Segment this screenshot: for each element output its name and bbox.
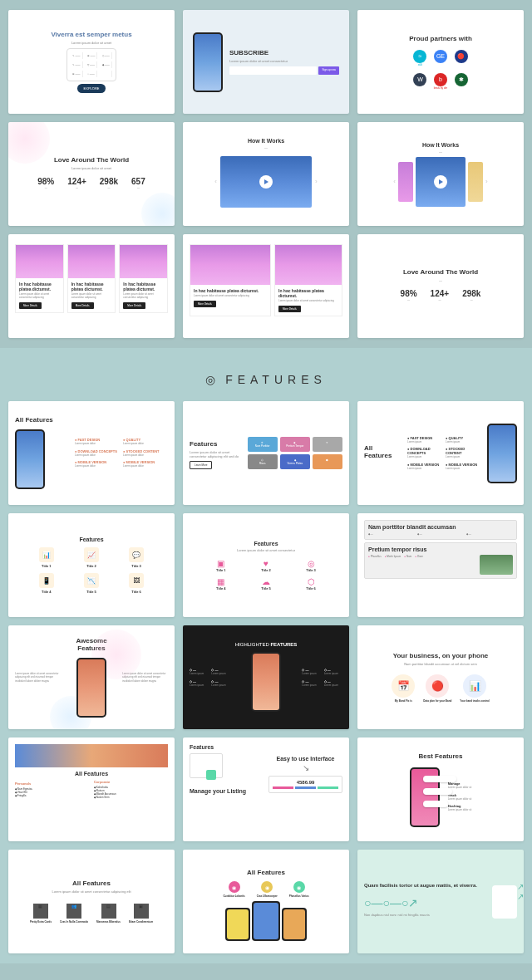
cell: ◆ —— — [100, 61, 112, 68]
slide-highlighted: ◇ —Lorem ipsum ◇ —Lorem ipsum ◇ —Lorem i… — [183, 625, 349, 729]
widget: 📊Your band tracks control — [460, 674, 489, 703]
boxes-grid: ❄Nam Porttitor ◉Pretium Tempor ✦ ⬡Risus … — [248, 437, 342, 469]
more-button[interactable]: More Details — [19, 302, 42, 309]
explore-button[interactable]: EXPLORE — [77, 84, 106, 93]
box: ◆Viverra Platea — [280, 454, 310, 469]
slide-subscribe: SUBSCRIBE Lorem ipsum dolor sit amet con… — [183, 10, 349, 114]
title: Love Around The World — [403, 268, 478, 276]
signup-button[interactable]: Sign up now — [318, 66, 339, 75]
title: Quam facilisis tortor ut augue mattis, e… — [364, 883, 485, 888]
feature-item: ▦Title 4 — [201, 577, 241, 590]
feature-item: ◉Cras Ullamcorper — [257, 881, 278, 898]
logo-nasa: 🔴 — [455, 50, 468, 63]
hero-image — [15, 744, 168, 767]
feature-item: ▤Maecenas Bibendus — [96, 904, 121, 924]
title: All Features — [72, 880, 111, 887]
stat-value: 124+ — [67, 177, 86, 186]
slide-features-icons-orange: Features 📊Title 1 📈Title 2 💬Title 3 📱Tit… — [8, 513, 175, 617]
slide-cards-2: In hac habitasse platea dictumst.Lorem i… — [183, 234, 349, 338]
logo-wp: W — [413, 73, 426, 86]
stat-value: 298k — [100, 177, 118, 186]
ui-badge — [206, 770, 216, 780]
section-1: Viverra est semper metus Lorem ipsum dol… — [0, 0, 532, 348]
slide-interface: Features Manage your Listing Easy to use… — [183, 737, 349, 841]
card: In hac habitasse platea dictumst.Lorem i… — [190, 244, 271, 316]
prev-arrow-icon[interactable]: ‹ — [214, 178, 217, 185]
more-button[interactable]: More Details — [123, 302, 145, 309]
play-icon — [434, 175, 447, 189]
cell: ✎ —— — [71, 61, 83, 68]
title: How It Works — [422, 142, 459, 148]
feature-item: 📊Title 1 — [27, 547, 66, 568]
logo-beats: b — [434, 73, 447, 86]
feature-item: 💬Title 3 — [116, 547, 156, 568]
slide-video-wide: How It Works — ‹ › — [183, 122, 349, 226]
stat-value: 98% — [37, 177, 54, 186]
feature-item: ▣Etiam Condimentum — [129, 904, 153, 924]
cell: ✎ —— — [71, 52, 83, 59]
prev-arrow-icon[interactable]: ‹ — [393, 178, 396, 185]
section-box: Pretium tempor risus ● Phasellus ● Morbi… — [364, 542, 517, 579]
slide-features-right-phone: All Features ● FAST DESIGNLorem ipsum ● … — [357, 401, 524, 505]
phone-mockup — [76, 658, 106, 718]
widget: 🔴Data plan for your Band — [423, 674, 451, 703]
play-icon — [259, 175, 273, 189]
section-title: FEATURES — [8, 373, 524, 386]
feature-item: 📈Title 2 — [71, 547, 111, 568]
phone-mockup — [410, 767, 440, 827]
cell — [100, 71, 112, 77]
price: 4586.99 — [273, 780, 338, 785]
subtitle: Lorem ipsum dolor sit amet — [71, 166, 111, 170]
slide-3-phones: All Features ◉Curabitur Lobortis ◉Cras U… — [183, 850, 349, 953]
slide-video-carousel: How It Works — ‹ › — [357, 122, 524, 226]
feature-list: ● FAST DESIGNLorem ipsum dolor ● QUALITY… — [75, 438, 168, 468]
phone-mockup — [487, 424, 517, 483]
title: SUBSCRIBE — [229, 49, 339, 56]
thumb[interactable] — [398, 162, 413, 202]
title: Features — [190, 440, 241, 448]
slide-features-left-phone: All Features ● FAST DESIGNLorem ipsum do… — [8, 401, 175, 505]
logo-other: ✱ — [455, 73, 468, 86]
title: Best Features — [419, 752, 463, 760]
pill-overlay — [423, 801, 448, 807]
slide-feature-boxes: Features Lorem ipsum dolor sit amet cons… — [183, 401, 349, 505]
card: In hac habitasse platea dictumst.Lorem i… — [15, 244, 64, 313]
cell: ▽ —— — [86, 61, 98, 68]
list-left: ◇ —Lorem ipsum ◇ —Lorem ipsum ◇ —Lorem i… — [190, 668, 230, 687]
col-heading: Personals — [15, 782, 89, 786]
stats-row: 98%— 124+— 298k— — [396, 286, 486, 305]
logo-grid: ≈at&t GE 🔴 W bbeats by dre ✱ — [413, 50, 468, 90]
phone-mockup — [15, 429, 45, 489]
thumb[interactable] — [468, 162, 483, 202]
feature-item: ☁Title 5 — [246, 577, 286, 590]
next-arrow-icon[interactable]: › — [315, 178, 318, 185]
feature-item: ◉Phasellus Varius — [289, 881, 309, 898]
title: All Features — [364, 444, 401, 459]
video-main[interactable] — [416, 157, 466, 207]
feature-item: ◎Title 3 — [291, 559, 331, 572]
email-input[interactable] — [229, 66, 317, 75]
more-button[interactable]: More Details — [194, 301, 216, 307]
learn-more-button[interactable]: Learn More — [190, 461, 212, 469]
phone-mockup — [225, 908, 250, 941]
title: Proud partners with — [409, 35, 472, 42]
feature-item: ▦Pretty Extra Cards — [30, 904, 52, 924]
cell: ○ —— — [86, 71, 98, 77]
phone-mockup — [282, 908, 307, 941]
feature-item: 📉Title 5 — [71, 573, 111, 594]
stat-value: 298k — [462, 289, 480, 298]
title: All Features — [247, 869, 285, 876]
more-button[interactable]: More Details — [278, 306, 301, 312]
col-heading: Corporate — [94, 780, 168, 784]
phone-mockup — [252, 901, 280, 941]
next-arrow-icon[interactable]: › — [485, 178, 488, 185]
feature-item: ♥Title 2 — [246, 559, 286, 572]
section-box: Nam porttitor blandit accumsan ◆ —◆ —◆ — — [364, 520, 517, 540]
video-player[interactable] — [220, 156, 312, 208]
slide-partners: Proud partners with ≈at&t GE 🔴 W bbeats … — [357, 10, 524, 114]
pill-overlay — [423, 788, 452, 795]
more-button[interactable]: More Details — [71, 302, 94, 309]
slide-stats-4: Love Around The World Lorem ipsum dolor … — [8, 122, 175, 226]
stat-value: 124+ — [431, 289, 450, 298]
title: All Features — [15, 771, 168, 777]
